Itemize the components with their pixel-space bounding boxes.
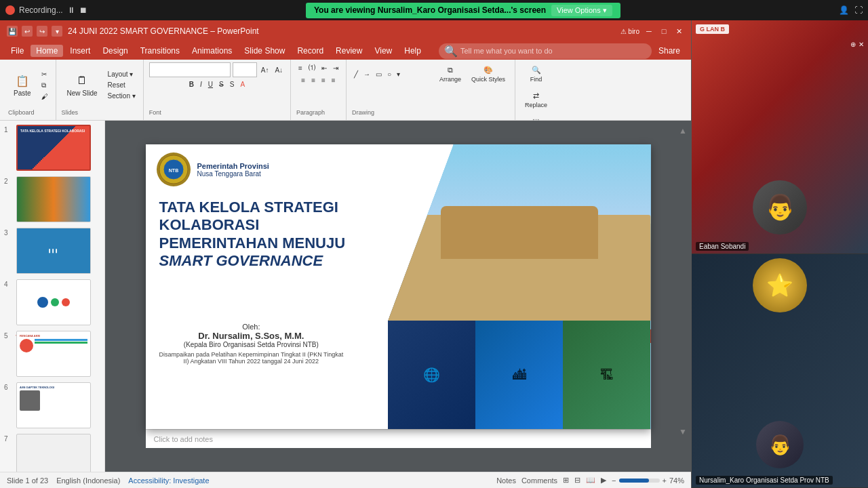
format-painter-button[interactable]: 🖌 <box>39 92 50 101</box>
font-name-selector[interactable] <box>149 62 231 77</box>
comments-button[interactable]: Comments <box>521 476 557 485</box>
reset-button[interactable]: Reset <box>106 81 138 89</box>
slide-preview-1: TATA KELOLA STRATEGI KOLABORASI <box>16 125 91 171</box>
underline-button[interactable]: U <box>206 80 215 89</box>
slide-panel[interactable]: 1 TATA KELOLA STRATEGI KOLABORASI 2 3 <box>0 121 105 472</box>
shape-arrow[interactable]: → <box>361 70 372 79</box>
menu-animations[interactable]: Animations <box>186 45 237 57</box>
menu-review[interactable]: Review <box>330 45 368 57</box>
view-slide-sorter-icon[interactable]: ⊟ <box>574 476 580 485</box>
video-tile-1: G LAN B ⊕ ✕ 👨 Eaban Sobandi <box>692 20 868 254</box>
notes-button[interactable]: Notes <box>496 476 516 485</box>
bottom-photo-3: 🏗 <box>563 321 650 429</box>
menu-insert[interactable]: Insert <box>64 45 96 57</box>
menu-home[interactable]: Home <box>31 45 63 57</box>
shape-line[interactable]: ╱ <box>352 70 360 79</box>
shadow-button[interactable]: S <box>228 80 237 89</box>
search-input[interactable] <box>460 47 569 55</box>
slide-thumb-1[interactable]: 1 TATA KELOLA STRATEGI KOLABORASI <box>3 123 102 172</box>
redo-icon[interactable]: ↪ <box>37 26 47 37</box>
menu-help[interactable]: Help <box>399 45 427 57</box>
save-icon[interactable]: 💾 <box>7 26 18 37</box>
slide-main-title: TATA KELOLA STRATEGI KOLABORASI PEMERINT… <box>159 199 346 270</box>
quick-styles-icon: 🎨 <box>484 65 493 75</box>
shape-circle[interactable]: ○ <box>385 70 393 79</box>
menu-view[interactable]: View <box>369 45 397 57</box>
slide-author: Oleh: Dr. Nursalim, S.Sos, M.M. (Kepala … <box>159 323 344 365</box>
italic-button[interactable]: I <box>198 80 204 89</box>
title-bar-left: 💾 ↩ ↪ ▾ 24 JUNI 2022 SMART GOVERNANCE – … <box>7 26 259 37</box>
slide-thumb-6[interactable]: 6 ASN GAPTEK TEKNOLOGI <box>3 381 102 430</box>
slide-preview-6: ASN GAPTEK TEKNOLOGI <box>16 382 91 428</box>
view-reading-icon[interactable]: 📖 <box>586 476 595 485</box>
strikethrough-button[interactable]: S <box>217 80 226 89</box>
stop-icon[interactable]: ⏹ <box>79 5 87 15</box>
decrease-font-button[interactable]: A↓ <box>273 66 285 75</box>
editing-group: 🔍 Find ⇄ Replace ⬚ Select ▾ Editing <box>515 60 557 120</box>
font-size-selector[interactable] <box>233 62 257 77</box>
slide-thumb-3[interactable]: 3 ▌ ▌ ▌ <box>3 226 102 275</box>
menu-slideshow[interactable]: Slide Show <box>239 45 290 57</box>
align-right-button[interactable]: ≡ <box>319 76 328 85</box>
menu-file[interactable]: File <box>5 45 29 57</box>
bullets-button[interactable]: ≡ <box>296 64 304 73</box>
slide-count: Slide 1 of 23 <box>7 476 48 485</box>
scroll-down[interactable]: ▼ <box>679 427 687 436</box>
notes-bar[interactable]: Click to add notes <box>146 429 651 448</box>
paste-button[interactable]: 📋 Paste <box>8 69 37 101</box>
video1-icon1: ⊕ <box>850 41 856 48</box>
numbering-button[interactable]: ⑴ <box>307 62 317 73</box>
zoom-slider[interactable] <box>619 479 660 483</box>
find-button[interactable]: 🔍 Find <box>524 62 549 85</box>
slide-thumb-7[interactable]: 7 <box>3 432 102 472</box>
zoom-out-button[interactable]: − <box>612 476 616 485</box>
view-normal-icon[interactable]: ⊞ <box>563 476 569 485</box>
new-slide-button[interactable]: 🗒 New Slide <box>62 69 103 101</box>
layout-button[interactable]: Layout ▾ <box>106 70 138 79</box>
menu-design[interactable]: Design <box>97 45 133 57</box>
arrange-icon: ⧉ <box>446 65 455 75</box>
indent-less-button[interactable]: ⇤ <box>319 64 329 73</box>
menu-record[interactable]: Record <box>292 45 329 57</box>
shape-more[interactable]: ▾ <box>395 70 402 79</box>
font-color-button[interactable]: A <box>238 80 247 89</box>
view-options-button[interactable]: View Options ▾ <box>551 5 612 16</box>
slide-thumb-4[interactable]: 4 <box>3 278 102 327</box>
share-button[interactable]: Share <box>653 45 686 57</box>
cut-button[interactable]: ✂ <box>39 70 50 79</box>
indent-more-button[interactable]: ⇥ <box>331 64 340 73</box>
close-button[interactable]: ✕ <box>673 26 684 37</box>
menu-transitions[interactable]: Transitions <box>135 45 185 57</box>
main-slide[interactable]: NTB Pemerintah Provinsi Nusa Tenggara Ba… <box>146 144 651 429</box>
increase-font-button[interactable]: A↑ <box>259 66 271 75</box>
replace-button[interactable]: ⇄ Replace <box>521 88 551 111</box>
section-button[interactable]: Section ▾ <box>106 92 138 100</box>
align-left-button[interactable]: ≡ <box>299 76 307 85</box>
title-bar: 💾 ↩ ↪ ▾ 24 JUNI 2022 SMART GOVERNANCE – … <box>0 20 691 42</box>
pause-icon[interactable]: ⏸ <box>67 5 75 15</box>
fullscreen-icon[interactable]: ⛶ <box>854 5 863 15</box>
zoom-in-button[interactable]: + <box>663 476 667 485</box>
zoom-level[interactable]: 74% <box>669 476 684 485</box>
align-center-button[interactable]: ≡ <box>309 76 317 85</box>
justify-button[interactable]: ≡ <box>330 76 338 85</box>
arrange-button[interactable]: ⧉ Arrange <box>435 62 465 85</box>
slide-thumb-5[interactable]: 5 ★ RENCANA AKM <box>3 329 102 378</box>
accessibility-label[interactable]: Accessibility: Investigate <box>128 476 209 485</box>
maximize-button[interactable]: □ <box>658 26 669 37</box>
view-presenter-icon[interactable]: ▶ <box>601 476 606 485</box>
customize-icon[interactable]: ▾ <box>52 26 62 37</box>
window-controls: ─ □ ✕ <box>644 26 684 37</box>
undo-icon[interactable]: ↩ <box>22 26 33 37</box>
recording-indicator: Recording... ⏸ ⏹ <box>5 5 87 15</box>
language-label: English (Indonesia) <box>56 476 120 485</box>
copy-button[interactable]: ⧉ <box>39 81 50 90</box>
minimize-button[interactable]: ─ <box>644 26 654 37</box>
bold-button[interactable]: B <box>187 80 196 89</box>
shape-rect[interactable]: ▭ <box>374 70 384 79</box>
slide-thumb-2[interactable]: 2 <box>3 175 102 224</box>
slide-preview-3: ▌ ▌ ▌ <box>16 228 91 274</box>
video-tile-2: ⭐ 👨 Nursalim_Karo Organisasi Setda Prov … <box>692 254 868 488</box>
quick-styles-button[interactable]: 🎨 Quick Styles <box>467 62 509 85</box>
scroll-up[interactable]: ▲ <box>679 126 687 136</box>
